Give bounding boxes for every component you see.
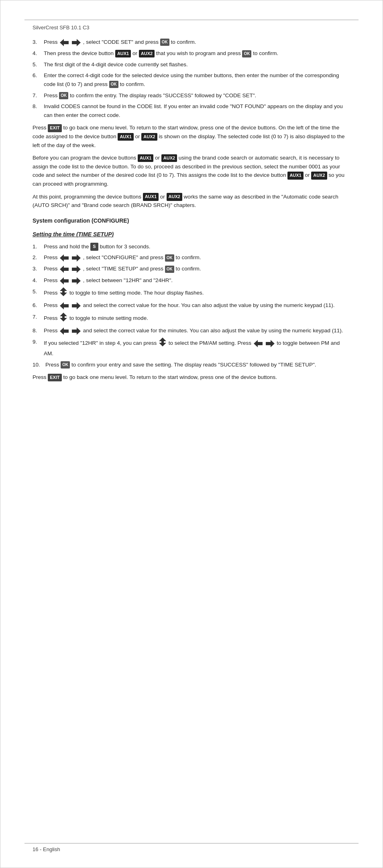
- step-3-select-text: , select "CODE SET" and press: [83, 39, 160, 45]
- aux2-badge-p2: AUX2: [161, 154, 177, 162]
- footer-label: 16 - English: [33, 846, 60, 852]
- arrow-down-icon-6: [72, 301, 81, 310]
- svg-marker-9: [60, 291, 67, 296]
- subsection-heading-text: Setting the time (TIME SETUP): [33, 231, 114, 237]
- arrow-up-icon: [60, 38, 69, 47]
- ts-step-10-num: 10.: [33, 360, 45, 369]
- svg-marker-19: [266, 340, 275, 347]
- step-8: 8. Invalid CODES cannot be found in the …: [33, 102, 350, 119]
- ts-step-7-text: Press to toggle to minute setting mode.: [44, 313, 350, 324]
- s-badge-1: S: [90, 243, 98, 251]
- step-4-confirm: to confirm.: [253, 50, 278, 56]
- aux1-badge-4a: AUX1: [115, 50, 131, 58]
- ok-badge-ts10: OK: [61, 361, 70, 368]
- svg-marker-18: [254, 340, 263, 347]
- svg-marker-1: [72, 39, 81, 46]
- svg-marker-17: [159, 341, 166, 346]
- aux2-badge-4a: AUX2: [139, 50, 155, 58]
- aux1-badge-p2: AUX1: [138, 154, 153, 162]
- ts-step-8-num: 8.: [33, 326, 44, 335]
- ok-badge-ts2: OK: [165, 254, 174, 262]
- exit-badge-2: EXIT: [48, 374, 61, 382]
- arrow-down-icon-8: [72, 327, 81, 336]
- section-heading-text: System configuration (CONFIGURE): [33, 217, 129, 224]
- step-7-text: Press OK to confirm the entry. The displ…: [44, 91, 350, 100]
- page: SilverCrest SFB 10.1 C3 3. Press , sel: [0, 0, 383, 868]
- aux2-badge-p1: AUX2: [141, 133, 157, 141]
- main-content: 3. Press , select "CODE SET" and press O…: [33, 38, 350, 382]
- ts-step-3: 3. Press , select "TIME SETUP" and press…: [33, 264, 350, 273]
- step-4-or: or: [132, 50, 139, 56]
- step-8-text: Invalid CODES cannot be found in the COD…: [44, 102, 350, 119]
- exit-para-1: Press EXIT to go back one menu level. To…: [33, 123, 350, 149]
- svg-marker-4: [60, 266, 69, 273]
- step-3: 3. Press , select "CODE SET" and press O…: [33, 38, 350, 47]
- ts-step-8: 8. Press and select the correct value fo…: [33, 326, 350, 335]
- arrow-up-icon-9: [254, 339, 263, 348]
- ok-badge-7: OK: [59, 92, 68, 99]
- aux1-badge-p3: AUX1: [143, 193, 159, 201]
- step-5: 5. The first digit of the 4-digit device…: [33, 60, 350, 69]
- arrow-up-icon-3: [60, 265, 69, 274]
- ts-step-4: 4. Press , select between "12HR" and "24…: [33, 276, 350, 285]
- aux1-badge-p2b: AUX1: [287, 172, 303, 180]
- ts-step-9: 9. If you selected "12HR" in step 4, you…: [33, 338, 350, 358]
- updown-icon-5: [60, 287, 67, 299]
- svg-marker-2: [60, 254, 69, 262]
- ts-step-9-num: 9.: [33, 338, 44, 358]
- header-title: SilverCrest SFB 10.1 C3: [33, 25, 90, 31]
- ts-step-5: 5. Press to toggle to time setting mode.…: [33, 287, 350, 299]
- ts-step-4-text: Press , select between "12HR" and "24HR"…: [44, 276, 350, 285]
- updown-icon-9: [159, 338, 166, 349]
- aux2-badge-p3: AUX2: [167, 193, 182, 201]
- arrow-up-icon-2: [60, 254, 69, 262]
- step-6: 6. Enter the correct 4-digit code for th…: [33, 71, 350, 88]
- bottom-border-line: [24, 843, 359, 843]
- aux1-badge-p1: AUX1: [118, 133, 133, 141]
- step-5-num: 5.: [33, 60, 44, 69]
- ts-step-8-text: Press and select the correct value for t…: [44, 326, 350, 335]
- svg-marker-7: [72, 277, 81, 285]
- step-3-confirm: to confirm.: [171, 39, 196, 45]
- ts-step-3-num: 3.: [33, 264, 44, 273]
- arrow-down-icon-4: [72, 276, 81, 285]
- svg-marker-15: [72, 328, 81, 335]
- ts-step-1-num: 1.: [33, 242, 44, 251]
- top-border-line: [24, 20, 359, 20]
- ts-step-5-text: Press to toggle to time setting mode. Th…: [44, 287, 350, 299]
- steps-list-2: 1. Press and hold the S button for 3 sec…: [33, 242, 350, 369]
- ts-step-4-num: 4.: [33, 276, 44, 285]
- ts-step-3-text: Press , select "TIME SETUP" and press OK…: [44, 264, 350, 273]
- step-7-num: 7.: [33, 91, 44, 100]
- ts-step-1: 1. Press and hold the S button for 3 sec…: [33, 242, 350, 251]
- step-3-text: Press , select "CODE SET" and press OK t…: [44, 38, 350, 47]
- ts-step-10-text: Press OK to confirm your entry and save …: [45, 360, 350, 369]
- ts-step-2-num: 2.: [33, 253, 44, 262]
- page-header: SilverCrest SFB 10.1 C3: [33, 25, 350, 31]
- exit-para-2: Press EXIT to go back one menu level. To…: [33, 373, 350, 382]
- step-7: 7. Press OK to confirm the entry. The di…: [33, 91, 350, 100]
- ts-step-6: 6. Press and select the correct value fo…: [33, 301, 350, 310]
- ts-step-2-text: Press , select "CONFIGURE" and press OK …: [44, 253, 350, 262]
- ts-step-9-text: If you selected "12HR" in step 4, you ca…: [44, 338, 350, 358]
- ts-step-6-text: Press and select the correct value for t…: [44, 301, 350, 310]
- arrow-down-icon-9: [266, 339, 275, 348]
- step-4-num: 4.: [33, 49, 44, 58]
- section-heading: System configuration (CONFIGURE): [33, 216, 350, 225]
- step-6-num: 6.: [33, 71, 44, 88]
- subsection-heading: Setting the time (TIME SETUP): [33, 230, 350, 239]
- step-3-num: 3.: [33, 38, 44, 47]
- ts-step-1-text: Press and hold the S button for 3 second…: [44, 242, 350, 251]
- arrow-down-icon-3: [72, 265, 81, 274]
- svg-marker-14: [60, 328, 69, 335]
- aux2-badge-p2b: AUX2: [311, 172, 327, 180]
- step-4-then: Then press the device button: [44, 50, 115, 56]
- ts-step-7-num: 7.: [33, 313, 44, 324]
- svg-marker-0: [60, 39, 69, 46]
- step-4-text: Then press the device button AUX1 or AUX…: [44, 49, 350, 58]
- ts-step-2: 2. Press , select "CONFIGURE" and press …: [33, 253, 350, 262]
- before-program-para: Before you can program the device button…: [33, 154, 350, 188]
- updown-icon-7: [60, 313, 67, 324]
- exit-badge-1: EXIT: [48, 124, 61, 132]
- svg-marker-10: [60, 302, 69, 309]
